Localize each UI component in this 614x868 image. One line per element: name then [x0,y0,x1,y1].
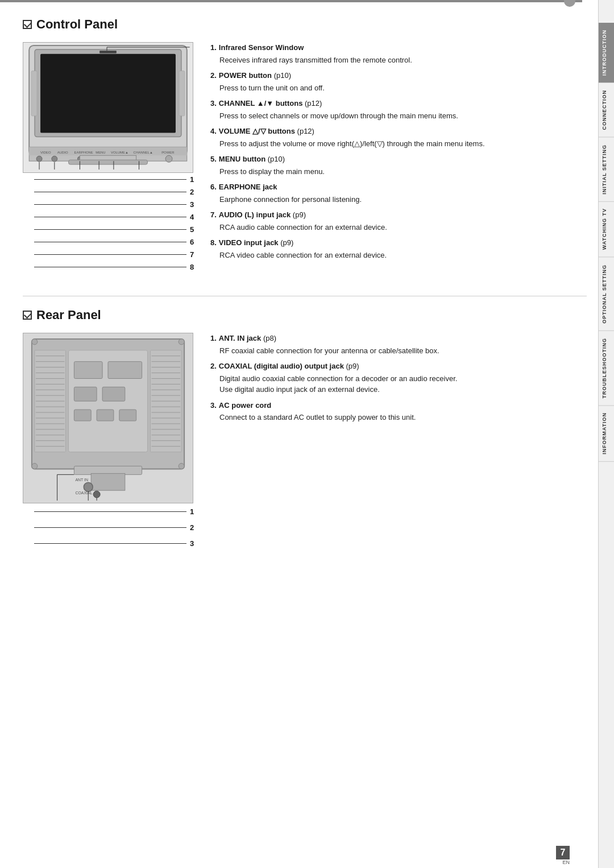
sidebar-tab-optional-setting[interactable]: OPTIONAL SETTING [599,258,615,331]
control-panel-heading: Control Panel [23,17,587,32]
rear-panel-heading: Rear Panel [23,308,587,323]
rear-callout-row-1: 1 [23,503,199,519]
svg-rect-22 [69,160,148,164]
callout-num-7: 7 [190,250,199,259]
rear-panel-diagram: ANT IN COAXIAL 1 [23,333,199,551]
list-item: 1.Infrared Sensor Window Receives infrar… [210,42,587,65]
list-item: 6.EARPHONE jack Earphone connection for … [210,181,587,205]
callout-row-1: 1 [23,173,199,185]
list-item: 3.AC power cord Connect to a standard AC… [210,400,587,423]
callout-lines-rear: 1 2 3 [23,503,199,551]
svg-point-14 [36,156,42,162]
callout-row-6: 6 [23,235,199,248]
callout-num-6: 6 [190,238,199,246]
rear-callout-num-2: 2 [190,523,199,532]
rear-panel-descriptions: 1.ANT. IN jack (p8) RF coaxial cable con… [210,333,587,551]
callout-row-3: 3 [23,198,199,210]
control-panel-title: Control Panel [36,17,118,32]
svg-rect-80 [119,410,136,421]
rear-panel-layout: ANT IN COAXIAL 1 [23,333,587,551]
sidebar-tab-troubleshooting[interactable]: TROUBLESHOOTING [599,331,615,406]
list-item: 2.COAXIAL (digital audio) output jack (p… [210,361,587,395]
callout-row-4: 4 [23,210,199,223]
control-panel-diagram: VIDEO AUDIO EARPHONE MENU VOLUME▲ CHANNE… [23,42,199,273]
callout-num-5: 5 [190,225,199,234]
svg-text:COAXIAL: COAXIAL [75,491,92,495]
rear-callout-row-2: 2 [23,519,199,535]
en-label: EN [562,859,570,865]
sidebar-tab-initial-setting[interactable]: INITIAL SETTING [599,138,615,202]
list-item: 8.VIDEO input jack (p9) RCA video cable … [210,237,587,261]
sidebar: INTRODUCTION CONNECTION INITIAL SETTING … [598,0,614,868]
sidebar-tab-information[interactable]: INFORMATION [599,406,615,462]
callout-row-2: 2 [23,185,199,198]
svg-point-20 [165,155,172,162]
rear-callout-num-3: 3 [190,539,199,548]
list-item: 1.ANT. IN jack (p8) RF coaxial cable con… [210,333,587,356]
sidebar-tab-introduction[interactable]: INTRODUCTION [599,23,615,83]
page-number: 7 [556,846,570,859]
list-item: 4.VOLUME △/▽ buttons (p12) Press to adju… [210,126,587,149]
callout-num-3: 3 [190,200,199,209]
svg-rect-75 [108,362,142,379]
control-panel-layout: VIDEO AUDIO EARPHONE MENU VOLUME▲ CHANNE… [23,42,587,273]
svg-text:VOLUME▲: VOLUME▲ [111,151,128,154]
svg-rect-82 [91,473,125,490]
svg-rect-23 [99,51,117,53]
svg-rect-4 [179,71,185,116]
svg-point-15 [52,156,57,162]
svg-rect-3 [31,71,37,116]
svg-text:CHANNEL▲: CHANNEL▲ [134,151,153,154]
svg-point-73 [179,463,184,469]
svg-point-84 [84,482,93,491]
list-item: 3.CHANNEL ▲/▼ buttons (p12) Press to sel… [210,98,587,121]
svg-text:VIDEO: VIDEO [40,151,51,154]
svg-point-70 [32,339,38,345]
callout-num-1: 1 [190,175,199,184]
tv-front-image: VIDEO AUDIO EARPHONE MENU VOLUME▲ CHANNE… [23,42,193,173]
callout-row-5: 5 [23,223,199,235]
svg-rect-79 [97,410,114,421]
rear-panel-title: Rear Panel [36,308,101,323]
control-panel-list: 1.Infrared Sensor Window Receives infrar… [210,42,587,261]
svg-text:POWER: POWER [161,151,175,154]
rear-panel-list: 1.ANT. IN jack (p8) RF coaxial cable con… [210,333,587,423]
section-divider [23,296,587,296]
sidebar-tab-watching-tv[interactable]: WATCHING TV [599,201,615,257]
top-circle-accent [564,0,575,7]
callout-lines-control: 1 2 3 4 5 [23,173,199,273]
list-item: 5.MENU button (p10) Press to display the… [210,154,587,177]
svg-rect-74 [74,362,102,379]
svg-text:AUDIO: AUDIO [57,151,68,154]
callout-num-4: 4 [190,213,199,221]
checkbox-icon [23,20,32,29]
list-item: 2.POWER button (p10) Press to turn the u… [210,70,587,93]
rear-callout-row-3: 3 [23,535,199,551]
svg-point-72 [32,463,38,469]
svg-rect-76 [74,387,97,401]
svg-text:ANT IN: ANT IN [75,478,88,482]
checkbox-icon-rear [23,311,32,320]
svg-text:EARPHONE: EARPHONE [74,151,93,154]
rear-callout-num-1: 1 [190,507,199,516]
control-panel-descriptions: 1.Infrared Sensor Window Receives infrar… [210,42,587,273]
top-accent-bar [0,0,582,2]
callout-row-7: 7 [23,248,199,261]
callout-row-8: 8 [23,261,199,273]
svg-rect-77 [102,387,125,401]
tv-rear-image: ANT IN COAXIAL [23,333,193,503]
callout-num-2: 2 [190,188,199,196]
svg-point-71 [179,339,184,345]
svg-point-86 [93,491,100,498]
callout-num-8: 8 [190,263,199,271]
sidebar-tab-connection[interactable]: CONNECTION [599,83,615,138]
svg-rect-2 [40,54,176,133]
svg-rect-78 [74,410,91,421]
svg-text:MENU: MENU [96,151,105,154]
list-item: 7.AUDIO (L) input jack (p9) RCA audio ca… [210,209,587,233]
